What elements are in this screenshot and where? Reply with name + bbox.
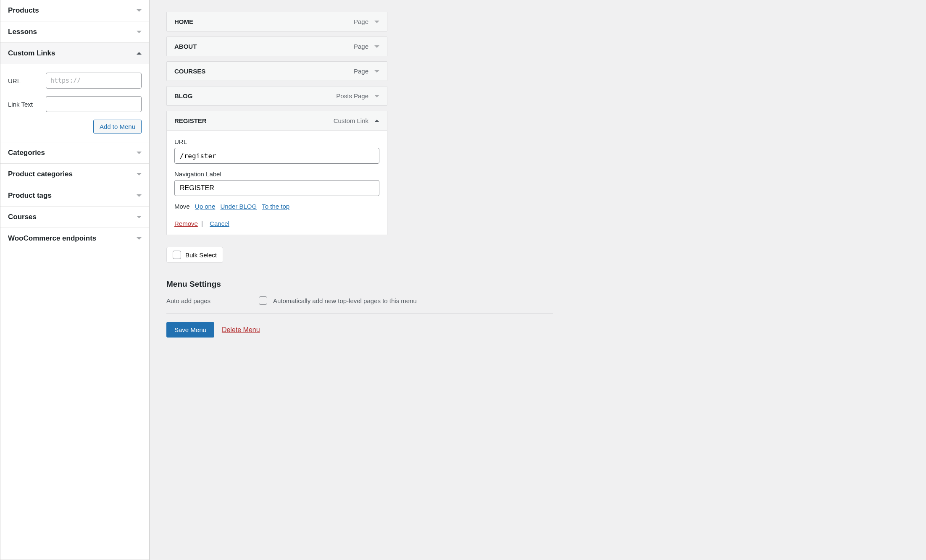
- chevron-down-icon: [374, 95, 379, 97]
- link-text-label: Link Text: [8, 101, 46, 108]
- bulk-select[interactable]: Bulk Select: [166, 247, 223, 263]
- menu-item-about: ABOUT Page: [166, 37, 387, 56]
- sidebar-label: Categories: [8, 149, 45, 157]
- menu-item-nav-label-input[interactable]: [174, 180, 379, 196]
- menu-item-title: REGISTER: [174, 117, 207, 124]
- chevron-down-icon: [137, 173, 142, 175]
- custom-link-text-input[interactable]: [46, 96, 142, 112]
- chevron-down-icon: [137, 152, 142, 154]
- menu-item-type: Page: [354, 43, 368, 50]
- sidebar-label: WooCommerce endpoints: [8, 234, 96, 243]
- sidebar-item-lessons[interactable]: Lessons: [0, 21, 149, 43]
- menu-item-title: COURSES: [174, 68, 205, 75]
- auto-add-text: Automatically add new top-level pages to…: [273, 297, 417, 304]
- auto-add-checkbox[interactable]: [259, 296, 267, 305]
- menu-item-header[interactable]: HOME Page: [167, 12, 387, 31]
- sidebar-item-courses[interactable]: Courses: [0, 207, 149, 228]
- menu-item-title: BLOG: [174, 92, 192, 99]
- chevron-down-icon: [137, 216, 142, 218]
- sidebar-item-products[interactable]: Products: [0, 0, 149, 21]
- menu-item-url-input[interactable]: [174, 148, 379, 164]
- menu-settings-title: Menu Settings: [166, 280, 553, 289]
- chevron-down-icon: [374, 70, 379, 73]
- remove-link[interactable]: Remove: [174, 220, 198, 227]
- save-menu-button[interactable]: Save Menu: [166, 322, 214, 338]
- sidebar-item-product-tags[interactable]: Product tags: [0, 185, 149, 207]
- chevron-down-icon: [137, 31, 142, 33]
- chevron-down-icon: [374, 21, 379, 23]
- sidebar-label: Lessons: [8, 28, 37, 36]
- chevron-up-icon: [137, 52, 142, 55]
- sidebar-label: Courses: [8, 213, 37, 221]
- menu-item-header[interactable]: COURSES Page: [167, 62, 387, 81]
- menu-item-title: HOME: [174, 18, 193, 25]
- separator: |: [201, 220, 203, 227]
- auto-add-pages-label: Auto add pages: [166, 297, 259, 304]
- menu-item-home: HOME Page: [166, 12, 387, 31]
- menu-item-header[interactable]: BLOG Posts Page: [167, 86, 387, 105]
- bulk-select-label: Bulk Select: [185, 251, 217, 259]
- menu-item-type: Posts Page: [336, 92, 368, 99]
- chevron-down-icon: [137, 194, 142, 197]
- add-to-menu-button[interactable]: Add to Menu: [93, 120, 142, 133]
- menu-item-type: Custom Link: [334, 117, 368, 124]
- menu-item-type: Page: [354, 18, 368, 25]
- sidebar-item-categories[interactable]: Categories: [0, 142, 149, 164]
- sidebar-item-woocommerce-endpoints[interactable]: WooCommerce endpoints: [0, 228, 149, 249]
- custom-link-url-input[interactable]: [46, 73, 142, 89]
- menu-item-title: ABOUT: [174, 43, 197, 50]
- nav-label-field-label: Navigation Label: [174, 170, 379, 178]
- sidebar-label: Product categories: [8, 170, 73, 178]
- menu-item-header[interactable]: REGISTER Custom Link: [167, 111, 387, 130]
- cancel-link[interactable]: Cancel: [210, 220, 229, 227]
- url-field-label: URL: [174, 138, 379, 145]
- move-under-link[interactable]: Under BLOG: [220, 203, 257, 210]
- delete-menu-link[interactable]: Delete Menu: [222, 326, 260, 334]
- menu-item-body: URL Navigation Label Move Up one Under B…: [167, 130, 387, 235]
- menu-item-blog: BLOG Posts Page: [166, 86, 387, 106]
- move-label: Move: [174, 203, 190, 210]
- bulk-select-checkbox[interactable]: [173, 251, 181, 259]
- sidebar-label: Products: [8, 6, 39, 15]
- chevron-up-icon: [374, 120, 379, 122]
- sidebar-label: Custom Links: [8, 49, 55, 58]
- url-label: URL: [8, 77, 46, 84]
- menu-item-courses: COURSES Page: [166, 61, 387, 81]
- move-top-link[interactable]: To the top: [262, 203, 289, 210]
- footer-bar: Save Menu Delete Menu: [166, 313, 553, 338]
- sidebar-item-product-categories[interactable]: Product categories: [0, 164, 149, 185]
- menu-item-type: Page: [354, 68, 368, 75]
- menu-item-header[interactable]: ABOUT Page: [167, 37, 387, 56]
- menu-item-register: REGISTER Custom Link URL Navigation Labe…: [166, 111, 387, 235]
- chevron-down-icon: [137, 237, 142, 240]
- chevron-down-icon: [374, 45, 379, 48]
- sidebar-label: Product tags: [8, 191, 52, 200]
- chevron-down-icon: [137, 9, 142, 12]
- sidebar-item-custom-links[interactable]: Custom Links: [0, 43, 149, 64]
- custom-links-panel: URL Link Text Add to Menu: [0, 64, 149, 142]
- move-up-link[interactable]: Up one: [195, 203, 215, 210]
